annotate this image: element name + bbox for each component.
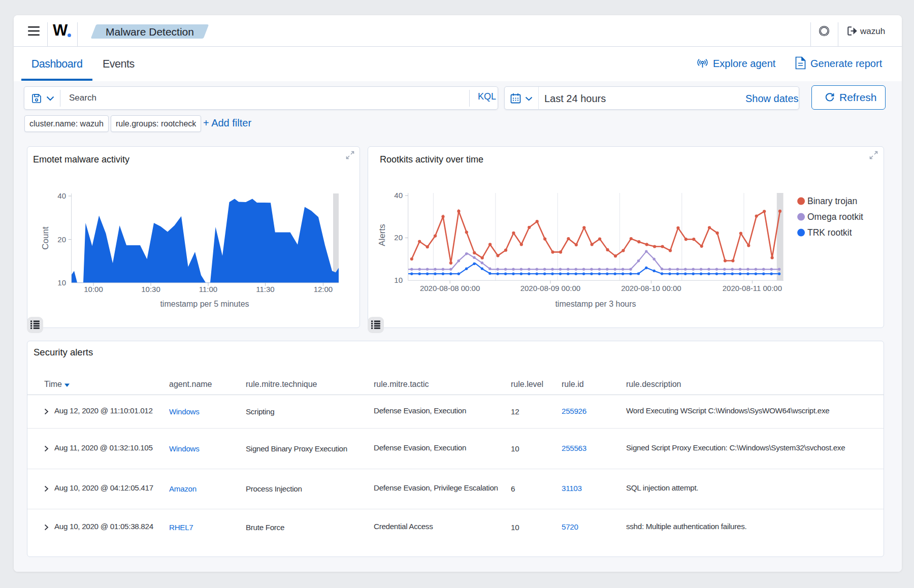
svg-text:10: 10 xyxy=(57,278,66,287)
svg-text:20: 20 xyxy=(57,235,66,244)
svg-text:Count: Count xyxy=(41,226,50,250)
svg-text:2020-08-08 00:00: 2020-08-08 00:00 xyxy=(420,284,480,292)
svg-text:20: 20 xyxy=(394,233,403,242)
svg-text:11:30: 11:30 xyxy=(256,285,274,293)
svg-text:11:00: 11:00 xyxy=(199,285,217,293)
svg-text:2020-08-11 00:00: 2020-08-11 00:00 xyxy=(723,284,782,292)
svg-text:Alerts: Alerts xyxy=(377,224,387,246)
svg-text:12:00: 12:00 xyxy=(314,285,333,293)
svg-text:10:30: 10:30 xyxy=(141,285,160,293)
svg-text:40: 40 xyxy=(394,191,403,200)
svg-text:2020-08-10 00:00: 2020-08-10 00:00 xyxy=(621,284,681,292)
svg-text:timestamp per 3 hours: timestamp per 3 hours xyxy=(555,300,636,308)
svg-text:TRK rootkit: TRK rootkit xyxy=(807,227,852,238)
svg-text:10:00: 10:00 xyxy=(84,285,103,293)
svg-text:timestamp per 5 minutes: timestamp per 5 minutes xyxy=(160,300,249,308)
svg-text:40: 40 xyxy=(57,191,66,200)
svg-text:10: 10 xyxy=(394,276,403,284)
svg-text:Binary trojan: Binary trojan xyxy=(807,196,857,206)
svg-text:Omega rootkit: Omega rootkit xyxy=(807,212,863,222)
svg-text:2020-08-09 00:00: 2020-08-09 00:00 xyxy=(520,284,580,292)
